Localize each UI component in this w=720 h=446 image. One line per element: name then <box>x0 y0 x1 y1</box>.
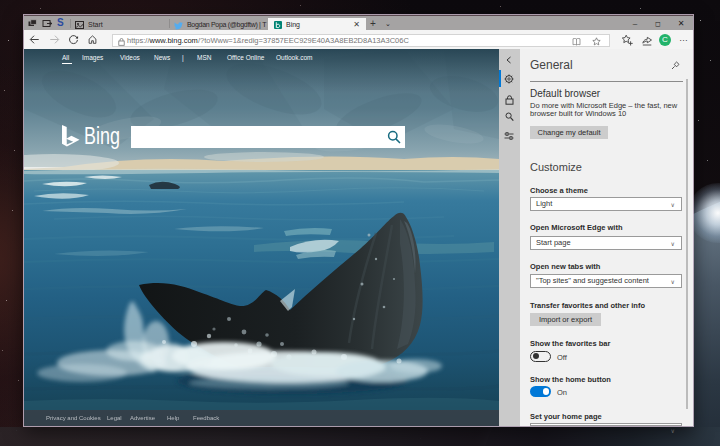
svg-text:Legal: Legal <box>107 415 122 421</box>
svg-text:Advertise: Advertise <box>130 415 156 421</box>
svg-text:Help: Help <box>167 415 180 421</box>
svg-text:Privacy and Cookies: Privacy and Cookies <box>46 415 101 421</box>
svg-text:Feedback: Feedback <box>193 415 220 421</box>
